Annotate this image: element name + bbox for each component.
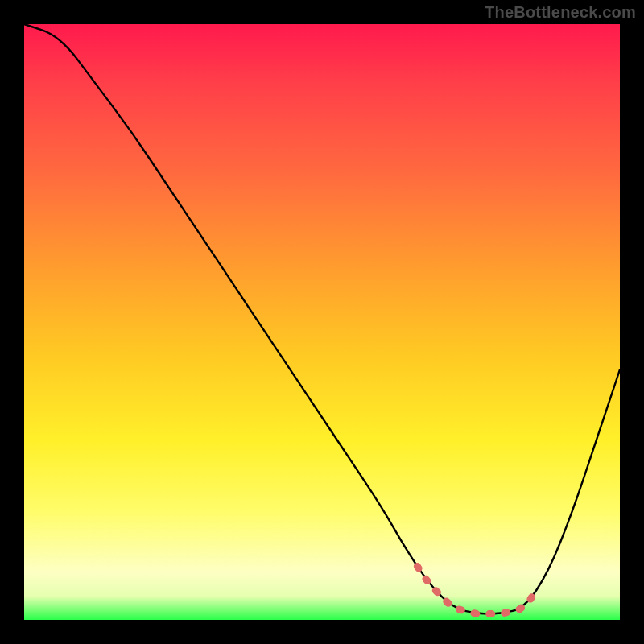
highlight-segment bbox=[417, 566, 536, 613]
bottleneck-curve-path bbox=[24, 24, 620, 614]
curve-svg bbox=[24, 24, 620, 620]
chart-frame: TheBottleneck.com bbox=[0, 0, 644, 644]
plot-area bbox=[24, 24, 620, 620]
attribution-label: TheBottleneck.com bbox=[485, 3, 636, 22]
